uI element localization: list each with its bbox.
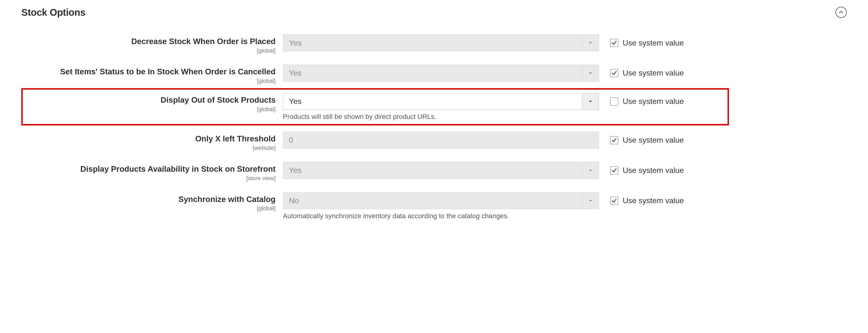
field-row-set-instock-cancel: Set Items' Status to be In Stock When Or… [21,63,847,86]
select-value: Yes [283,35,582,51]
field-row-decrease-stock: Decrease Stock When Order is Placed [glo… [21,32,847,56]
chevron-down-icon [582,65,599,81]
field-row-display-availability: Display Products Availability in Stock o… [21,160,847,184]
only-x-left-input: 0 [283,132,599,149]
display-availability-select: Yes [283,162,599,179]
select-value: Yes [283,65,582,81]
select-value: No [283,192,582,209]
use-system-value-label: Use system value [623,196,684,205]
field-label: Display Products Availability in Stock o… [21,164,276,174]
field-row-display-out-of-stock: Display Out of Stock Products [global] Y… [23,92,727,122]
use-system-value-label: Use system value [623,68,684,78]
field-row-sync-catalog: Synchronize with Catalog [global] No Aut… [21,190,847,222]
use-system-value-checkbox[interactable] [610,69,618,77]
use-system-value-checkbox[interactable] [610,39,618,47]
field-label: Synchronize with Catalog [21,194,276,205]
set-instock-cancel-select: Yes [283,65,599,82]
field-label: Display Out of Stock Products [23,95,276,105]
chevron-down-icon [582,93,599,110]
field-label: Decrease Stock When Order is Placed [21,36,276,47]
select-value: Yes [283,93,582,110]
field-scope: [store view] [21,175,276,182]
use-system-value-checkbox[interactable] [610,97,618,105]
use-system-value-label: Use system value [623,38,684,48]
use-system-value-checkbox[interactable] [610,136,618,144]
use-system-value-label: Use system value [623,97,684,106]
use-system-value-label: Use system value [623,135,684,145]
use-system-value-checkbox[interactable] [610,166,618,175]
check-icon [611,70,617,76]
display-out-of-stock-select[interactable]: Yes [283,93,599,110]
section-title: Stock Options [21,7,86,18]
highlight-box: Display Out of Stock Products [global] Y… [21,88,729,125]
field-row-only-x-left: Only X left Threshold [website] 0 Use sy… [21,130,847,153]
check-icon [611,137,617,143]
use-system-value-checkbox[interactable] [610,196,618,205]
check-icon [611,198,617,204]
field-scope: [global] [21,47,276,54]
check-icon [611,168,617,173]
chevron-up-icon [838,10,844,15]
sync-catalog-select: No [283,192,599,209]
chevron-down-icon [582,162,599,179]
field-scope: [global] [21,205,276,212]
chevron-down-icon [582,35,599,51]
collapse-section-button[interactable] [836,7,847,18]
chevron-down-icon [582,192,599,209]
section-header: Stock Options [21,7,847,18]
field-scope: [website] [21,145,276,151]
select-value: Yes [283,162,582,179]
field-scope: [global] [21,78,276,84]
decrease-stock-select: Yes [283,34,599,51]
field-help-text: Products will still be shown by direct p… [283,113,599,121]
field-label: Set Items' Status to be In Stock When Or… [21,67,276,77]
field-label: Only X left Threshold [21,134,276,144]
use-system-value-label: Use system value [623,166,684,175]
field-help-text: Automatically synchronize inventory data… [283,212,599,220]
check-icon [611,40,617,46]
field-scope: [global] [23,106,276,113]
input-value: 0 [289,135,293,145]
